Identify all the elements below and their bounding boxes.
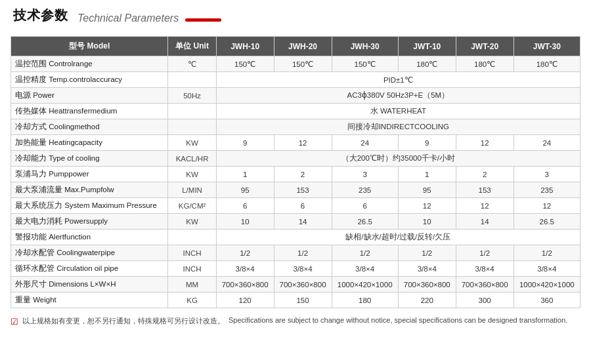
row-cell-8-4: 153: [456, 182, 514, 198]
row-cell-14-5: 1000×420×1000: [514, 277, 580, 293]
tech-params-table-wrap: 型号 Model单位 UnitJWH-10JWH-20JWH-30JWT-10J…: [0, 30, 591, 312]
table-row: 电源 Power50HzAC3ϕ380V 50Hz3P+E（5M）: [11, 88, 580, 104]
row-cell-9-2: 6: [332, 198, 398, 214]
row-label-1: 温控精度 Temp.controlaccuracy: [11, 72, 168, 88]
row-cell-13-0: 3/8×4: [216, 261, 274, 277]
check-icon: ☑: [11, 317, 18, 327]
row-unit-9: KG/CM²: [168, 198, 216, 214]
table-row: 循环水配管 Circulation oil pipeINCH3/8×43/8×4…: [11, 261, 580, 277]
row-cell-8-1: 153: [274, 182, 332, 198]
row-cell-13-4: 3/8×4: [456, 261, 514, 277]
row-unit-3: [168, 104, 216, 119]
row-cell-10-0: 10: [216, 214, 274, 230]
row-cell-12-3: 1/2: [398, 245, 456, 261]
footer-note: ☑ 以上规格如有变更，恕不另行通知，特殊规格可另行设计改造。 Specifica…: [0, 312, 591, 332]
row-unit-8: L/MIN: [168, 182, 216, 198]
row-label-0: 温控范围 Controlrange: [11, 56, 168, 72]
col-header-2: JWH-10: [216, 37, 274, 56]
row-cell-0-4: 180℃: [456, 56, 514, 72]
page-title-zh: 技术参数: [13, 7, 68, 24]
row-cell-5-5: 24: [514, 135, 580, 151]
row-label-2: 电源 Power: [11, 88, 168, 104]
row-cell-14-3: 700×360×800: [398, 277, 456, 293]
table-row: 外形尺寸 Dimensions L×W×HMM700×360×800700×36…: [11, 277, 580, 293]
row-label-6: 冷却能力 Type of cooling: [11, 151, 168, 167]
row-unit-12: INCH: [168, 245, 216, 261]
table-row: 最大系统压力 System Maximum PressureKG/CM²6661…: [11, 198, 580, 214]
row-merged-value-4: 间接冷却INDIRECTCOOLING: [216, 119, 580, 135]
row-cell-9-3: 12: [398, 198, 456, 214]
footer-zh: 以上规格如有变更，恕不另行通知，特殊规格可另行设计改造。: [22, 316, 225, 326]
col-header-1: 单位 Unit: [168, 37, 216, 56]
row-cell-8-3: 95: [398, 182, 456, 198]
col-header-3: JWH-20: [274, 37, 332, 56]
row-label-4: 冷却方式 Coolingmethod: [11, 119, 168, 135]
row-unit-10: KW: [168, 214, 216, 230]
row-cell-15-2: 180: [332, 293, 398, 308]
row-cell-15-1: 150: [274, 293, 332, 308]
row-cell-14-0: 700×360×800: [216, 277, 274, 293]
table-row: 最大泵浦流量 Max.PumpfolwL/MIN9515323595153235: [11, 182, 580, 198]
row-cell-7-2: 3: [332, 167, 398, 182]
col-header-6: JWT-20: [456, 37, 514, 56]
row-cell-15-4: 300: [456, 293, 514, 308]
page-title-en: Technical Parameters: [77, 12, 179, 24]
table-row: 最大电力消耗 PowersupplyKW101426.5101426.5: [11, 214, 580, 230]
row-unit-6: KACL/HR: [168, 151, 216, 167]
row-label-5: 加热能量 Heatingcapacity: [11, 135, 168, 151]
row-cell-10-1: 14: [274, 214, 332, 230]
header-accent-bar: [185, 18, 221, 22]
footer-en: Specifications are subject to change wit…: [229, 316, 567, 324]
row-unit-0: ℃: [168, 56, 216, 72]
row-cell-13-2: 3/8×4: [332, 261, 398, 277]
row-cell-7-4: 2: [456, 167, 514, 182]
table-header-row: 型号 Model单位 UnitJWH-10JWH-20JWH-30JWT-10J…: [11, 37, 580, 56]
row-cell-8-5: 235: [514, 182, 580, 198]
col-header-5: JWT-10: [398, 37, 456, 56]
row-cell-0-0: 150℃: [216, 56, 274, 72]
table-row: 冷却水配管 CoolingwaterpipeINCH1/21/21/21/21/…: [11, 245, 580, 261]
row-merged-value-3: 水 WATERHEAT: [216, 104, 580, 119]
row-cell-9-0: 6: [216, 198, 274, 214]
row-merged-value-11: 缺相/缺水/超时/过载/反转/欠压: [216, 230, 580, 245]
table-row: 传热媒体 Heattransfermedium水 WATERHEAT: [11, 104, 580, 119]
col-header-4: JWH-30: [332, 37, 398, 56]
row-cell-9-1: 6: [274, 198, 332, 214]
row-cell-12-0: 1/2: [216, 245, 274, 261]
row-cell-8-2: 235: [332, 182, 398, 198]
tech-params-table: 型号 Model单位 UnitJWH-10JWH-20JWH-30JWT-10J…: [11, 36, 580, 308]
row-cell-5-2: 24: [332, 135, 398, 151]
row-cell-7-5: 3: [514, 167, 580, 182]
row-cell-12-5: 1/2: [514, 245, 580, 261]
row-cell-13-1: 3/8×4: [274, 261, 332, 277]
row-cell-10-5: 26.5: [514, 214, 580, 230]
row-unit-1: [168, 72, 216, 88]
row-cell-7-3: 1: [398, 167, 456, 182]
table-row: 温控范围 Controlrange℃150℃150℃150℃180℃180℃18…: [11, 56, 580, 72]
row-cell-0-3: 180℃: [398, 56, 456, 72]
row-cell-9-4: 12: [456, 198, 514, 214]
row-merged-value-2: AC3ϕ380V 50Hz3P+E（5M）: [216, 88, 580, 104]
row-unit-7: KW: [168, 167, 216, 182]
row-cell-12-4: 1/2: [456, 245, 514, 261]
row-label-9: 最大系统压力 System Maximum Pressure: [11, 198, 168, 214]
row-cell-14-4: 700×360×800: [456, 277, 514, 293]
row-cell-5-0: 9: [216, 135, 274, 151]
row-label-3: 传热媒体 Heattransfermedium: [11, 104, 168, 119]
row-cell-0-5: 180℃: [514, 56, 580, 72]
row-cell-13-5: 3/8×4: [514, 261, 580, 277]
row-unit-11: [168, 230, 216, 245]
table-row: 冷却方式 Coolingmethod间接冷却INDIRECTCOOLING: [11, 119, 580, 135]
row-label-11: 警报功能 Alertfunction: [11, 230, 168, 245]
row-cell-15-0: 120: [216, 293, 274, 308]
row-cell-15-5: 360: [514, 293, 580, 308]
row-cell-10-2: 26.5: [332, 214, 398, 230]
col-header-0: 型号 Model: [11, 37, 168, 56]
table-row: 泵浦马力 PumppowerKW123123: [11, 167, 580, 182]
row-unit-14: MM: [168, 277, 216, 293]
row-cell-0-1: 150℃: [274, 56, 332, 72]
row-cell-7-1: 2: [274, 167, 332, 182]
row-label-12: 冷却水配管 Coolingwaterpipe: [11, 245, 168, 261]
row-cell-9-5: 12: [514, 198, 580, 214]
row-merged-value-1: PID±1℃: [216, 72, 580, 88]
